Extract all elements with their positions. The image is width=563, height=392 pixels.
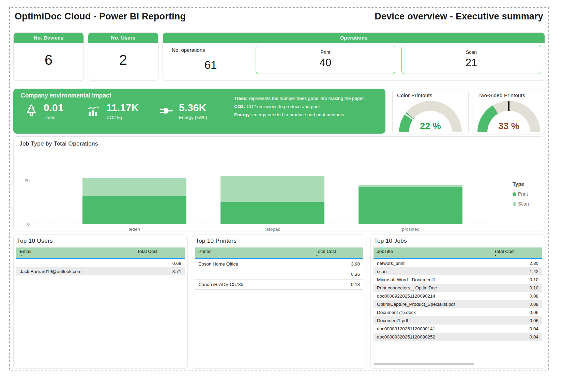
cell-name: Print connectors _ OptimiDoc <box>374 285 491 290</box>
table-row[interactable]: doc000892202511200902140.08 <box>374 292 542 300</box>
table-row[interactable]: doc000893202511200902520.04 <box>374 333 542 341</box>
bar-segment-print[interactable] <box>220 202 324 224</box>
legend-item-scan[interactable]: Scan <box>513 201 541 207</box>
table-row[interactable]: doc000891202511200901410.04 <box>374 325 542 333</box>
table-row[interactable]: Jack.Barnard19@outlook.com3.71 <box>16 267 185 275</box>
bar-segment-print[interactable] <box>359 187 462 224</box>
two-sided-printouts-gauge: Two-Sided Printouts 33 % <box>473 89 545 134</box>
cell-name: Canon iR-ADV C5735 <box>195 282 312 287</box>
bar-segment-scan[interactable] <box>82 178 186 196</box>
column-header[interactable]: Printer <box>195 247 312 258</box>
table-row[interactable]: Document1.pdf0.06 <box>374 316 542 325</box>
cell-cost: 0.08 <box>491 293 542 299</box>
column-header-label: Total Cost <box>494 249 542 254</box>
chart-title: Job Type by Total Operations <box>19 140 98 147</box>
column-header[interactable]: JobTitle <box>374 247 491 258</box>
cell-name: doc00089220251120090214 <box>374 293 491 299</box>
gauge-title: Two-Sided Printouts <box>477 92 525 98</box>
legend-text: Print <box>518 191 528 197</box>
legend-item-print[interactable]: Print <box>513 191 541 197</box>
table-row[interactable]: scan1.42 <box>374 267 542 275</box>
table-row[interactable]: Canon iR-ADV C57350.13 <box>195 280 363 290</box>
x-axis-label: listopad <box>220 227 324 232</box>
y-tick-label: 20 <box>21 178 30 183</box>
table-row[interactable]: Microsoft Word - Document10.10 <box>374 275 542 284</box>
scan-operations-box: Scan 21 <box>401 45 541 74</box>
print-label: Print <box>256 49 395 55</box>
table-header: JobTitleTotal Cost▼ <box>374 247 542 259</box>
cell-name: OptimiCapture_Product_Specialist.pdf <box>374 302 491 307</box>
scrollbar-thumb[interactable] <box>374 363 474 365</box>
top-users-table: Email▲Total Cost0.68Jack.Barnard19@outlo… <box>16 247 185 275</box>
dashboard-frame: OptimiDoc Cloud - Power BI Reporting Dev… <box>9 7 549 371</box>
column-header-label: Printer <box>198 249 312 254</box>
co2-metric: 11.17K CO2 kg <box>86 102 139 120</box>
sort-placeholder <box>377 254 491 257</box>
cell-name: Epson Home Office <box>195 261 312 267</box>
top-jobs-title: Top 10 Jobs <box>374 238 407 244</box>
cell-cost: 0.06 <box>491 318 542 323</box>
cell-name: scan <box>374 269 491 274</box>
table-body: Epson Home Office3.900.36Canon iR-ADV C5… <box>195 259 363 290</box>
print-value: 40 <box>256 57 395 69</box>
table-row[interactable]: Epson Home Office3.90 <box>195 259 363 269</box>
bar-listopad <box>220 176 324 224</box>
table-row[interactable]: OptimiCapture_Product_Specialist.pdf0.08 <box>374 300 542 308</box>
bar-plot: 020ledenlistopadprosinec <box>32 161 493 224</box>
scan-value: 21 <box>402 57 541 69</box>
co2-bar-chart-icon <box>86 103 102 119</box>
cell-cost: 0.04 <box>491 326 542 331</box>
print-operations-box: Print 40 <box>256 45 395 74</box>
top-printers-table: PrinterTotal Cost▼Epson Home Office3.900… <box>195 247 363 290</box>
table-row[interactable]: 0.36 <box>195 269 363 280</box>
trees-label: Trees <box>44 115 63 120</box>
table-row[interactable]: 0.68 <box>16 259 185 267</box>
cell-name: Microsoft Word - Document1 <box>374 277 491 282</box>
table-row[interactable]: network_print2.30 <box>374 259 542 267</box>
column-header-label: JobTitle <box>377 249 491 254</box>
x-axis-label: prosinec <box>359 227 462 232</box>
table-body: network_print2.30scan1.42Microsoft Word … <box>374 259 542 341</box>
table-row[interactable]: Print connectors _ OptimiDoc0.10 <box>374 284 542 292</box>
bar-segment-print[interactable] <box>82 196 186 224</box>
column-header[interactable]: Total Cost <box>134 247 185 258</box>
sort-placeholder <box>198 254 312 257</box>
color-printouts-gauge: Color Printouts 22 % <box>392 89 469 134</box>
table-row[interactable]: Document (1).docx0.06 <box>374 308 542 316</box>
x-axis-label: leden <box>82 227 186 232</box>
co2-value: 11.17K <box>106 102 139 113</box>
chart-legend: Type PrintScan <box>513 181 541 207</box>
trees-metric: 0.01 Trees <box>24 102 63 120</box>
scan-label: Scan <box>402 49 541 55</box>
bar-segment-scan[interactable] <box>220 176 324 202</box>
cell-name: doc00089120251120090141 <box>374 326 491 331</box>
column-header-label: Email <box>20 249 134 254</box>
tree-icon <box>24 103 39 119</box>
note-co2: CO2: CO2 emissions to produce and print <box>234 103 370 111</box>
column-header[interactable]: Total Cost▼ <box>312 247 363 258</box>
column-header[interactable]: Email▲ <box>16 247 134 258</box>
page-title: OptimiDoc Cloud - Power BI Reporting <box>15 11 186 22</box>
environment-notes: Trees: represents the number trees gone … <box>234 94 370 119</box>
users-card: No. Users 2 <box>88 32 158 81</box>
co2-label: CO2 kg <box>106 115 139 120</box>
top-jobs-table: JobTitleTotal Cost▼network_print2.30scan… <box>374 247 542 341</box>
bar-leden <box>82 178 186 224</box>
table-header: PrinterTotal Cost▼ <box>195 247 363 259</box>
legend-dot <box>513 202 516 206</box>
operations-card-header: Operations <box>163 33 545 43</box>
cell-cost: 0.68 <box>134 261 185 266</box>
cell-name: network_print <box>374 261 491 266</box>
cell-cost: 3.71 <box>134 269 185 274</box>
energy-metric: 5.36K Energy (kWh) <box>159 102 207 120</box>
gauge-value: 22 % <box>399 121 462 132</box>
gauge: 22 % <box>399 101 462 132</box>
no-operations-label: No. operations <box>172 47 205 53</box>
table-body: 0.68Jack.Barnard19@outlook.com3.71 <box>16 259 185 275</box>
column-header[interactable]: Total Cost▼ <box>491 247 542 258</box>
column-header-label: Total Cost <box>137 249 185 254</box>
cell-cost: 2.30 <box>491 261 542 266</box>
banner-title: Company environmental impact <box>21 92 111 99</box>
legend-title: Type <box>513 181 541 187</box>
horizontal-scrollbar[interactable] <box>374 363 542 365</box>
